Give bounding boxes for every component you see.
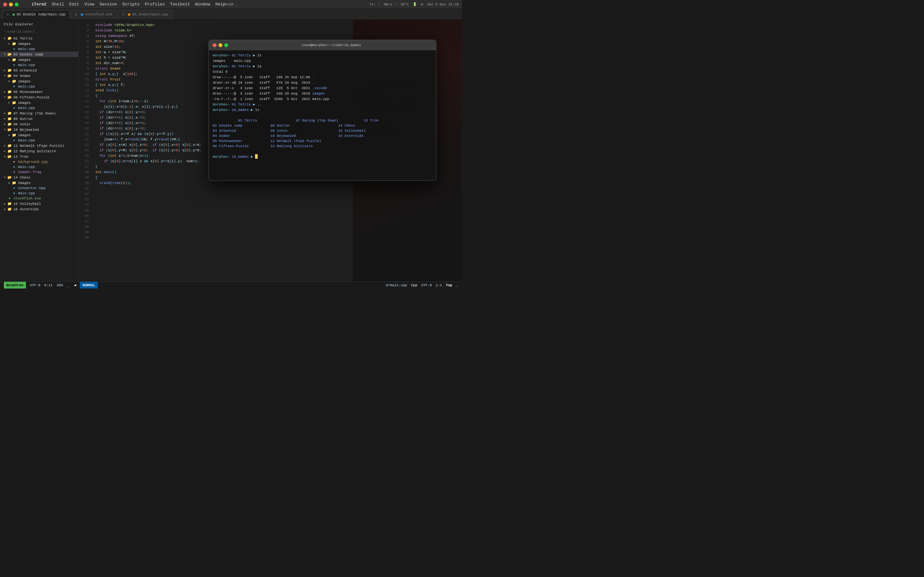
file-icon-stockfish: ●: [7, 197, 12, 200]
menu-shell[interactable]: Shell: [52, 2, 64, 7]
label-06: 06 Fifteen-Puzzle: [13, 95, 49, 99]
arrow-images-10: ▶: [7, 133, 11, 137]
label-images-14: images: [18, 181, 31, 185]
menu-bar: iTerm2 Shell Edit View Session Scripts P…: [31, 2, 225, 7]
terminal-title: ivan@morpheo:~/code/16_Games: [231, 43, 432, 47]
tree-folder-09xonix[interactable]: ▶ 📁 09 Xonix: [0, 121, 78, 127]
tree-file-main-01[interactable]: ● main.cpp: [0, 47, 78, 52]
status-filetype: Cpp: [411, 284, 417, 287]
tree-folder-15volleyball[interactable]: ▶ 📁 15 Volleyball: [0, 201, 78, 206]
tree-folder-10bejeweled[interactable]: ▼ 📂 10 Bejeweled: [0, 127, 78, 132]
term-line-10: morpheo→ 01 Tetris ▶ ..: [213, 102, 432, 107]
tree-file-main-10[interactable]: ● main.cpp: [0, 138, 78, 143]
normal-mode-badge: NORMAL: [80, 282, 98, 289]
status-right: 0/main.cpp Cpp UTF-8 1:1 Top _: [386, 284, 458, 287]
folder-icon-14: 📂: [7, 175, 12, 179]
file-icon-main-04: ●: [11, 85, 17, 89]
tree-folder-06fifteen[interactable]: ▼ 📂 06 Fifteen-Puzzle: [0, 95, 78, 100]
term-line-11: morpheo→ 16_Games ▶ ls: [213, 107, 432, 113]
folder-icon-07: 📁: [7, 111, 12, 115]
arrow-images-01: ▶: [7, 42, 11, 45]
tree-folder-13tron[interactable]: ▼ 📂 13 Tron: [0, 154, 78, 159]
status-position: 9:11: [44, 284, 53, 287]
menu-edit[interactable]: Edit: [69, 2, 79, 7]
minimize-button[interactable]: [9, 3, 13, 6]
tab-2[interactable]: 2. stockfish.exe: [71, 10, 117, 19]
tree-file-main-14[interactable]: ● main.cpp: [0, 191, 78, 196]
label-11: 11 NetWalk (Pipe Puzzle): [13, 144, 64, 148]
folder-icon-02doodle: 📂: [7, 52, 12, 56]
label-08: 08 Outrun: [13, 117, 32, 121]
tree-folder-16asteroids[interactable]: ▶ 📁 16 Asteroids: [0, 206, 78, 212]
tree-file-stockfish[interactable]: ● stockfish.exe: [0, 196, 78, 201]
tab-3[interactable]: 7. 06_Snake/main.cpp: [118, 10, 172, 19]
arrow-03arkanoid: ▶: [3, 69, 7, 72]
label-09: 09 Xonix: [13, 122, 31, 126]
menu-toolbelt[interactable]: Toolbelt: [170, 2, 190, 7]
status-left: NvimTree UTF-8 9:11 28% _ ◀ NORMAL: [4, 282, 98, 289]
label-05: 05 Minesweeper: [13, 90, 43, 94]
terminal-close-button[interactable]: [213, 43, 216, 47]
label-12: 12 Mahjong Solitaire: [13, 149, 56, 153]
menu-window[interactable]: Window: [195, 2, 210, 7]
menu-scripts[interactable]: Scripts: [122, 2, 140, 7]
arrow-13: ▼: [3, 155, 7, 158]
tree-folder-01tetris[interactable]: ▶ 📁 01 Tetris: [0, 35, 78, 41]
close-button[interactable]: [3, 3, 7, 6]
tree-folder-08outrun[interactable]: ▶ 📁 08 Outrun: [0, 116, 78, 121]
tree-folder-images-04[interactable]: ▶ 📁 images: [0, 79, 78, 84]
arrow-11: ▶: [3, 144, 7, 147]
arrow-images-04: ▶: [7, 79, 11, 83]
tree-folder-14chess[interactable]: ▼ 📂 14 Chess: [0, 175, 78, 180]
tree-file-main-13[interactable]: ● main.cpp: [0, 164, 78, 169]
tree-folder-images-10[interactable]: ▶ 📁 images: [0, 132, 78, 138]
tree-folder-11netwalk[interactable]: ▶ 📁 11 NetWalk (Pipe Puzzle): [0, 143, 78, 148]
tree-folder-12mahjong[interactable]: ▶ 📁 12 Mahjong Solitaire: [0, 148, 78, 154]
file-icon-main-01: ●: [11, 47, 17, 51]
tab-label-3: 06_Snake/main.cpp: [132, 13, 168, 16]
tree-folder-images-01[interactable]: ▶ 📁 images: [0, 41, 78, 47]
tree-folder-07racing[interactable]: ▶ 📁 07 Racing (Top Down): [0, 111, 78, 116]
tree-folder-images-06[interactable]: ▶ 📁 images: [0, 100, 78, 105]
term-line-5: drwx------@ 5 ivan staff 160 25 Sep 12:0…: [213, 75, 432, 80]
tree-file-bg-13[interactable]: ● background.jpg: [0, 159, 78, 164]
tree-folder-05minesweeper[interactable]: ▶ 📁 05 Minesweeper: [0, 89, 78, 95]
menu-view[interactable]: View: [84, 2, 94, 7]
titlebar: iTerm2 Shell Edit View Session Scripts P…: [0, 0, 462, 9]
file-icon-10: ●: [11, 139, 17, 142]
terminal-titlebar: ivan@morpheo:~/code/16_Games: [209, 40, 436, 50]
folder-icon-09: 📁: [7, 122, 12, 126]
arrow-08: ▶: [3, 117, 7, 121]
terminal-window[interactable]: ivan@morpheo:~/code/16_Games morpheo→ 01…: [208, 40, 436, 181]
terminal-min-button[interactable]: [218, 43, 222, 47]
menu-iterm2[interactable]: iTerm2: [31, 2, 47, 7]
terminal-max-button[interactable]: [224, 43, 228, 47]
folder-icon-13: 📂: [7, 155, 12, 159]
battery-icon: 🔋: [413, 2, 417, 6]
label-14: 14 Chess: [13, 176, 31, 179]
folder-icon-05: 📁: [7, 90, 12, 94]
file-explorer: File Explorer ~/code/16_Games/.. ▶ 📁 01 …: [0, 20, 79, 282]
terminal-body[interactable]: morpheo→ 01 Tetris ▶ ls images main.cpp …: [209, 50, 436, 181]
tree-file-main-04[interactable]: ● main.cpp: [0, 84, 78, 89]
tree-file-main-06[interactable]: ● main.cpp: [0, 105, 78, 111]
tree-file-shader-13[interactable]: ● shader.frag: [0, 169, 78, 175]
tree-file-connector-14[interactable]: ● Connector.hpp: [0, 185, 78, 191]
arrow-12: ▶: [3, 149, 7, 153]
file-icon-main-02: ●: [11, 63, 17, 67]
tree-folder-02doodle[interactable]: ▼ 📂 02 Doodle Jump: [0, 52, 78, 57]
maximize-button[interactable]: [15, 3, 19, 6]
window-title: nvim .: [224, 2, 238, 7]
tree-folder-images-14[interactable]: ▶ 📁 images: [0, 180, 78, 185]
menu-profiles[interactable]: Profiles: [145, 2, 165, 7]
label-01tetris: 01 Tetris: [13, 37, 32, 40]
sidebar-title: File Explorer: [0, 20, 78, 29]
term-line-9: -rw-r--r--@ 1 ivan staff 3260 5 Oct 2021…: [213, 97, 432, 102]
tab-1[interactable]: 1. 02 Doodle Jump/main.cpp: [3, 10, 69, 19]
tree-folder-03arkanoid[interactable]: ▶ 📁 03 Arkanoid: [0, 68, 78, 73]
tree-folder-04snake[interactable]: ▼ 📂 04 Snake: [0, 73, 78, 79]
tree-folder-images-02[interactable]: ▶ 📁 images: [0, 57, 78, 63]
file-icon-bg-13: ●: [11, 160, 17, 164]
menu-session[interactable]: Session: [99, 2, 117, 7]
tree-file-main-02[interactable]: ● main.cpp: [0, 63, 78, 68]
